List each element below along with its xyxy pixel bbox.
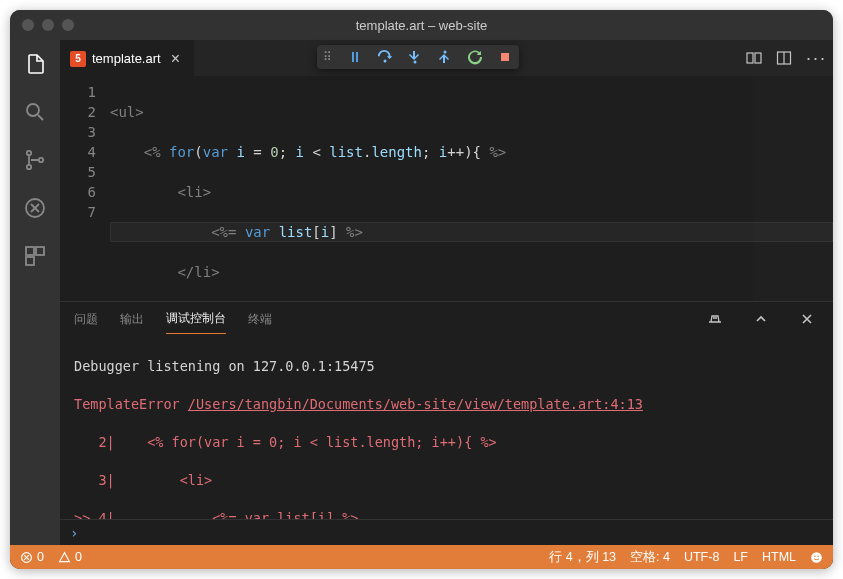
- status-indent[interactable]: 空格: 4: [630, 549, 670, 566]
- source-control-icon[interactable]: [21, 146, 49, 174]
- svg-rect-11: [26, 257, 34, 265]
- tab-template-art[interactable]: 5 template.art ×: [60, 40, 194, 76]
- console-line: Debugger listening on 127.0.0.1:15475: [74, 357, 819, 376]
- tab-terminal[interactable]: 终端: [248, 305, 272, 334]
- tab-label: template.art: [92, 51, 161, 66]
- svg-rect-9: [26, 247, 34, 255]
- code-area[interactable]: <ul> <% for(var i = 0; i < list.length; …: [110, 76, 833, 301]
- svg-point-2: [444, 51, 447, 54]
- grip-icon[interactable]: ⠿: [323, 50, 333, 64]
- collapse-icon[interactable]: [749, 311, 773, 327]
- feedback-icon[interactable]: [810, 551, 823, 564]
- search-icon[interactable]: [21, 98, 49, 126]
- stop-button[interactable]: [497, 49, 513, 65]
- debug-icon[interactable]: [21, 194, 49, 222]
- compare-icon[interactable]: [746, 50, 762, 66]
- status-cursor[interactable]: 行 4，列 13: [549, 549, 616, 566]
- step-into-button[interactable]: [407, 49, 423, 65]
- close-panel-icon[interactable]: [795, 311, 819, 327]
- more-icon[interactable]: ···: [806, 48, 827, 69]
- svg-point-4: [27, 104, 39, 116]
- step-out-button[interactable]: [437, 49, 453, 65]
- status-encoding[interactable]: UTF-8: [684, 550, 719, 564]
- svg-point-7: [39, 158, 43, 162]
- status-bar: 0 0 行 4，列 13 空格: 4 UTF-8 LF HTML: [10, 545, 833, 569]
- status-warnings[interactable]: 0: [58, 550, 82, 564]
- code-editor[interactable]: 1 2 3 4 5 6 7 <ul> <% for(var i = 0; i <…: [60, 76, 833, 301]
- svg-point-6: [27, 165, 31, 169]
- tab-debug-console[interactable]: 调试控制台: [166, 304, 226, 334]
- gutter: 1 2 3 4 5 6 7: [60, 76, 110, 301]
- svg-point-1: [414, 61, 417, 64]
- split-editor-icon[interactable]: [776, 50, 792, 66]
- close-icon[interactable]: ×: [167, 50, 184, 68]
- extensions-icon[interactable]: [21, 242, 49, 270]
- status-eol[interactable]: LF: [733, 550, 748, 564]
- explorer-icon[interactable]: [21, 50, 49, 78]
- svg-point-0: [384, 60, 387, 63]
- minimap[interactable]: [753, 76, 833, 301]
- console-line: 2| <% for(var i = 0; i < list.length; i+…: [74, 433, 819, 452]
- svg-rect-12: [747, 53, 753, 63]
- svg-point-5: [27, 151, 31, 155]
- window-close[interactable]: [22, 19, 34, 31]
- svg-rect-3: [501, 53, 509, 61]
- svg-rect-10: [36, 247, 44, 255]
- status-errors[interactable]: 0: [20, 550, 44, 564]
- step-over-button[interactable]: [377, 49, 393, 65]
- debug-console[interactable]: Debugger listening on 127.0.0.1:15475 Te…: [60, 336, 833, 519]
- titlebar: template.art – web-site: [10, 10, 833, 40]
- svg-rect-13: [755, 53, 761, 63]
- tab-output[interactable]: 输出: [120, 305, 144, 334]
- svg-point-16: [811, 552, 822, 563]
- repl-input[interactable]: ›: [60, 519, 833, 545]
- error-path-link[interactable]: /Users/tangbin/Documents/web-site/view/t…: [188, 396, 643, 412]
- html5-icon: 5: [70, 51, 86, 67]
- svg-point-18: [817, 555, 819, 557]
- bottom-panel: 问题 输出 调试控制台 终端 Debugger listening on 127…: [60, 301, 833, 545]
- console-line: 3| <li>: [74, 471, 819, 490]
- console-line: TemplateError /Users/tangbin/Documents/w…: [74, 395, 819, 414]
- restart-button[interactable]: [467, 49, 483, 65]
- status-language[interactable]: HTML: [762, 550, 796, 564]
- console-line: >> 4| <%= var list[i] %>: [74, 509, 819, 519]
- pause-button[interactable]: [347, 49, 363, 65]
- window-title: template.art – web-site: [10, 18, 833, 33]
- debug-toolbar: ⠿: [317, 45, 519, 69]
- activity-bar: [10, 40, 60, 545]
- repl-prompt: ›: [70, 525, 78, 541]
- svg-point-17: [814, 555, 816, 557]
- clear-icon[interactable]: [703, 311, 727, 327]
- window-zoom[interactable]: [62, 19, 74, 31]
- window-minimize[interactable]: [42, 19, 54, 31]
- tab-problems[interactable]: 问题: [74, 305, 98, 334]
